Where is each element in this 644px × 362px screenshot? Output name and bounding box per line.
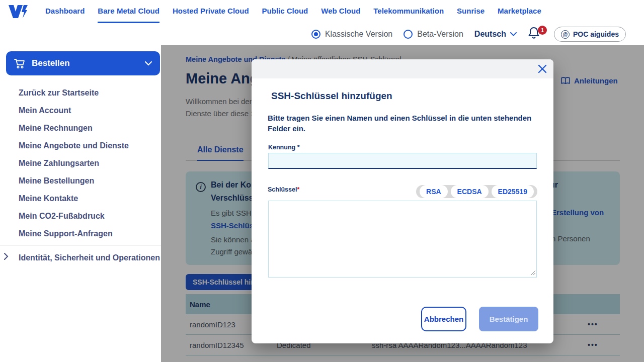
sidebar-item-identitaet[interactable]: Identität, Sicherheit und Operationen (0, 245, 161, 266)
beta-version-label: Beta-Version (417, 30, 463, 39)
account-label: POC aiguides (573, 30, 619, 38)
sidebar-item-angebote-dienste[interactable]: Meine Angebote und Dienste (0, 137, 161, 154)
notification-count-badge: 1 (538, 26, 547, 35)
key-type-ed25519-button[interactable]: ED25519 (492, 185, 534, 198)
modal-title: SSH-Schlüssel hinzufügen (271, 90, 392, 102)
radio-unselected-icon (404, 30, 413, 39)
top-header: Dashboard Bare Metal Cloud Hosted Privat… (0, 0, 644, 45)
confirm-button[interactable]: Bestätigen (479, 307, 538, 331)
sidebar-menu: Zurück zur Startseite Mein Account Meine… (0, 84, 161, 266)
add-ssh-key-modal: SSH-Schlüssel hinzufügen Bitte tragen Si… (252, 59, 553, 343)
modal-description: Bitte tragen Sie einen Namen und einen S… (268, 113, 543, 134)
chevron-down-icon (145, 61, 152, 66)
key-field-label: Schlüssel* (268, 186, 299, 193)
ssh-key-value-field (268, 201, 537, 278)
user-icon: @ (561, 30, 570, 39)
chevron-down-icon (510, 32, 517, 36)
sidebar: Bestellen Zurück zur Startseite Mein Acc… (0, 45, 161, 362)
nav-dashboard[interactable]: Dashboard (45, 0, 85, 23)
radio-selected-icon (311, 30, 320, 39)
ssh-key-name-input[interactable] (268, 153, 537, 169)
sidebar-item-identitaet-label: Identität, Sicherheit und Operationen (19, 253, 160, 262)
required-mark: * (297, 186, 299, 193)
nav-sunrise[interactable]: Sunrise (457, 0, 485, 23)
nav-items: Dashboard Bare Metal Cloud Hosted Privat… (45, 0, 541, 23)
name-field-label: Kennung * (268, 144, 300, 151)
order-button-label: Bestellen (32, 58, 70, 68)
secondary-bar: Klassische Version Beta-Version Deutsch … (0, 23, 644, 45)
order-button[interactable]: Bestellen (6, 51, 160, 75)
account-button[interactable]: @ POC aiguides (554, 27, 626, 42)
chevron-right-icon (4, 253, 9, 260)
classic-version-label: Klassische Version (325, 30, 392, 39)
language-label: Deutsch (474, 30, 506, 39)
beta-version-radio[interactable]: Beta-Version (404, 30, 463, 39)
app-root: Dashboard Bare Metal Cloud Hosted Privat… (0, 0, 644, 362)
sidebar-item-co2[interactable]: Mein CO2-Fußabdruck (0, 207, 161, 225)
sidebar-item-startseite[interactable]: Zurück zur Startseite (0, 84, 161, 102)
key-type-ecdsa-button[interactable]: ECDSA (451, 185, 489, 198)
primary-nav: Dashboard Bare Metal Cloud Hosted Privat… (0, 0, 644, 23)
sidebar-item-zahlungsarten[interactable]: Meine Zahlungsarten (0, 154, 161, 172)
notifications-button[interactable]: 1 (528, 27, 543, 42)
nav-public-cloud[interactable]: Public Cloud (262, 0, 308, 23)
sidebar-item-bestellungen[interactable]: Meine Bestellungen (0, 172, 161, 190)
nav-marketplace[interactable]: Marketplace (498, 0, 541, 23)
nav-bare-metal-cloud[interactable]: Bare Metal Cloud (98, 0, 159, 23)
nav-telekommunikation[interactable]: Telekommunikation (373, 0, 444, 23)
cart-icon (14, 58, 25, 69)
key-type-toggle-group: RSA ECDSA ED25519 (416, 185, 537, 198)
close-icon[interactable] (536, 63, 548, 75)
ovh-logo-icon (7, 4, 29, 19)
sidebar-item-kontakte[interactable]: Meine Kontakte (0, 190, 161, 207)
cancel-button[interactable]: Abbrechen (421, 307, 466, 331)
modal-header (252, 59, 553, 78)
language-selector[interactable]: Deutsch (474, 30, 517, 39)
sidebar-item-rechnungen[interactable]: Meine Rechnungen (0, 119, 161, 137)
nav-hosted-private-cloud[interactable]: Hosted Private Cloud (173, 0, 249, 23)
sidebar-item-account[interactable]: Mein Account (0, 102, 161, 119)
required-mark: * (297, 144, 300, 151)
key-type-rsa-button[interactable]: RSA (420, 185, 448, 198)
sidebar-item-support[interactable]: Meine Support-Anfragen (0, 225, 161, 242)
ssh-key-value-textarea[interactable] (268, 201, 537, 278)
nav-web-cloud[interactable]: Web Cloud (321, 0, 360, 23)
classic-version-radio[interactable]: Klassische Version (311, 30, 392, 39)
